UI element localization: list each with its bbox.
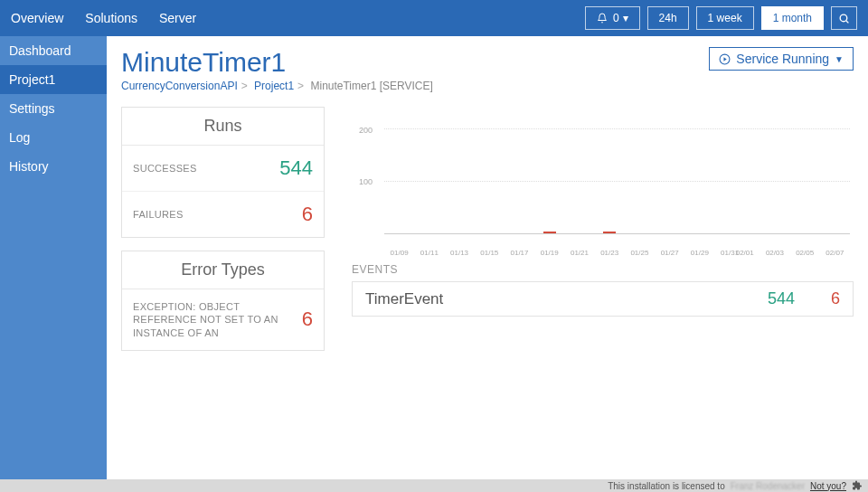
service-btn-label: Service Running bbox=[736, 52, 829, 66]
svg-marker-3 bbox=[724, 57, 727, 61]
success-label: SUCCESSES bbox=[133, 162, 279, 175]
nav-solutions[interactable]: Solutions bbox=[85, 11, 137, 25]
sidebar-item-log[interactable]: Log bbox=[0, 123, 107, 152]
puzzle-icon bbox=[852, 480, 863, 491]
footer-text: This installation is licensed to bbox=[608, 481, 725, 491]
error-row: EXCEPTION: OBJECT REFERENCE NOT SET TO A… bbox=[122, 289, 324, 350]
event-name: TimerEvent bbox=[365, 290, 750, 308]
sidebar-item-dashboard[interactable]: Dashboard bbox=[0, 36, 107, 65]
footer-licensee: Franz Rodenacker bbox=[731, 481, 805, 491]
events-heading: EVENTS bbox=[352, 263, 854, 276]
svg-point-0 bbox=[840, 14, 847, 22]
not-you-link[interactable]: Not you? bbox=[810, 481, 846, 491]
runs-card: Runs SUCCESSES 544 FAILURES 6 bbox=[121, 107, 325, 238]
crumb-current: MinuteTimer1 [SERVICE] bbox=[310, 80, 432, 92]
events-table: TimerEvent 544 6 bbox=[352, 281, 854, 317]
sidebar: Dashboard Project1 Settings Log History bbox=[0, 36, 107, 479]
error-types-card: Error Types EXCEPTION: OBJECT REFERENCE … bbox=[121, 251, 325, 351]
play-icon bbox=[719, 53, 731, 65]
svg-line-1 bbox=[846, 20, 848, 22]
error-value: 6 bbox=[302, 308, 313, 331]
crumb-project[interactable]: Project1 bbox=[254, 80, 294, 92]
sidebar-item-settings[interactable]: Settings bbox=[0, 94, 107, 123]
range-1week[interactable]: 1 week bbox=[696, 6, 754, 30]
search-button[interactable] bbox=[831, 6, 857, 30]
top-bar: Overview Solutions Server 0 ▾ 24h 1 week… bbox=[0, 0, 868, 36]
success-value: 544 bbox=[279, 156, 313, 180]
runs-fail-row: FAILURES 6 bbox=[122, 191, 324, 237]
runs-heading: Runs bbox=[122, 108, 324, 146]
top-nav: Overview Solutions Server bbox=[11, 11, 196, 25]
notifications-button[interactable]: 0 ▾ bbox=[585, 6, 640, 30]
notif-count: 0 bbox=[613, 12, 619, 24]
caret-down-icon: ▾ bbox=[623, 12, 628, 24]
page-title: MinuteTimer1 bbox=[121, 47, 433, 78]
range-1month[interactable]: 1 month bbox=[761, 6, 824, 30]
runs-chart: 01/0901/1101/1301/1501/1701/1901/2101/23… bbox=[352, 112, 854, 252]
breadcrumb: CurrencyConversionAPI> Project1> MinuteT… bbox=[121, 80, 433, 92]
fail-label: FAILURES bbox=[133, 208, 302, 221]
error-label: EXCEPTION: OBJECT REFERENCE NOT SET TO A… bbox=[133, 300, 302, 339]
caret-down-icon: ▼ bbox=[835, 54, 844, 64]
event-row[interactable]: TimerEvent 544 6 bbox=[353, 282, 853, 316]
search-icon bbox=[838, 13, 850, 24]
event-fail: 6 bbox=[795, 289, 840, 308]
range-24h[interactable]: 24h bbox=[647, 6, 689, 30]
service-running-button[interactable]: Service Running ▼ bbox=[709, 47, 854, 71]
nav-server[interactable]: Server bbox=[159, 11, 196, 25]
sidebar-item-history[interactable]: History bbox=[0, 152, 107, 181]
errors-heading: Error Types bbox=[122, 251, 324, 289]
fail-value: 6 bbox=[302, 203, 313, 226]
nav-overview[interactable]: Overview bbox=[11, 11, 63, 25]
sidebar-item-project1[interactable]: Project1 bbox=[0, 65, 107, 94]
bell-icon bbox=[597, 13, 608, 24]
crumb-api[interactable]: CurrencyConversionAPI bbox=[121, 80, 238, 92]
event-ok: 544 bbox=[750, 289, 795, 308]
footer: This installation is licensed to Franz R… bbox=[0, 479, 868, 492]
runs-success-row: SUCCESSES 544 bbox=[122, 146, 324, 191]
